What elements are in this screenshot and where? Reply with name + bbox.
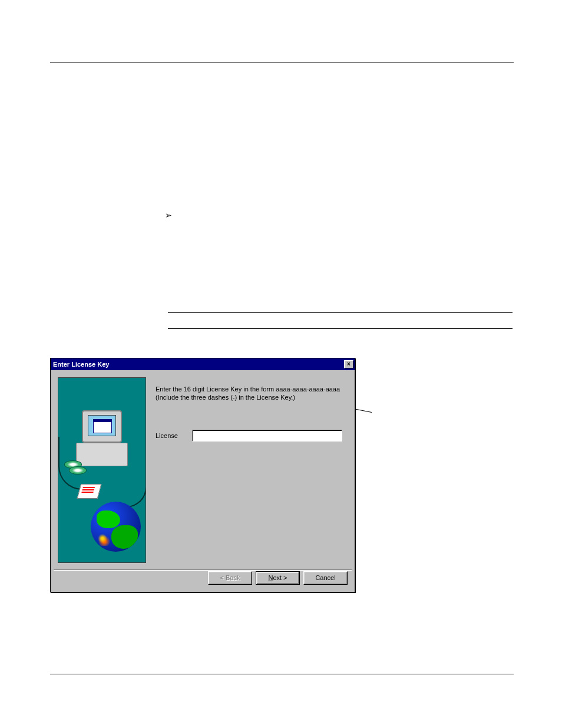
- computer-base-icon: [76, 443, 128, 466]
- instruction-line-1: Enter the 16 digit License Key in the fo…: [156, 385, 340, 393]
- button-separator: [54, 569, 352, 571]
- license-input[interactable]: [192, 430, 342, 442]
- monitor-icon: [82, 410, 122, 443]
- close-button[interactable]: ×: [344, 360, 353, 368]
- cd-icon-2: [69, 466, 87, 475]
- page-rule-mid-1: [168, 312, 513, 313]
- button-row: < Back Next > Cancel: [208, 571, 348, 585]
- close-icon: ×: [347, 361, 351, 367]
- instruction-text: Enter the 16 digit License Key in the fo…: [156, 385, 340, 401]
- instruction-line-2: (Include the three dashes (-) in the Lic…: [156, 393, 340, 401]
- dialog-body: Enter the 16 digit License Key in the fo…: [51, 370, 355, 592]
- back-button: < Back: [208, 571, 252, 585]
- page-rule-bottom: [50, 674, 514, 674]
- enter-license-key-dialog: Enter License Key × Enter the 1: [50, 358, 355, 592]
- globe-icon: [91, 502, 141, 552]
- cancel-button[interactable]: Cancel: [303, 571, 348, 585]
- page-rule-mid-2: [168, 328, 513, 329]
- document-icon: [77, 484, 102, 499]
- dialog-title: Enter License Key: [53, 361, 109, 368]
- license-label: License: [156, 432, 178, 439]
- arrow-bullet-icon: ➢: [165, 210, 172, 220]
- page-rule-top: [50, 62, 514, 62]
- next-button[interactable]: Next >: [256, 571, 300, 585]
- title-bar: Enter License Key ×: [51, 358, 355, 370]
- wizard-side-image: [58, 377, 146, 563]
- cable-graphic-icon: [126, 437, 146, 508]
